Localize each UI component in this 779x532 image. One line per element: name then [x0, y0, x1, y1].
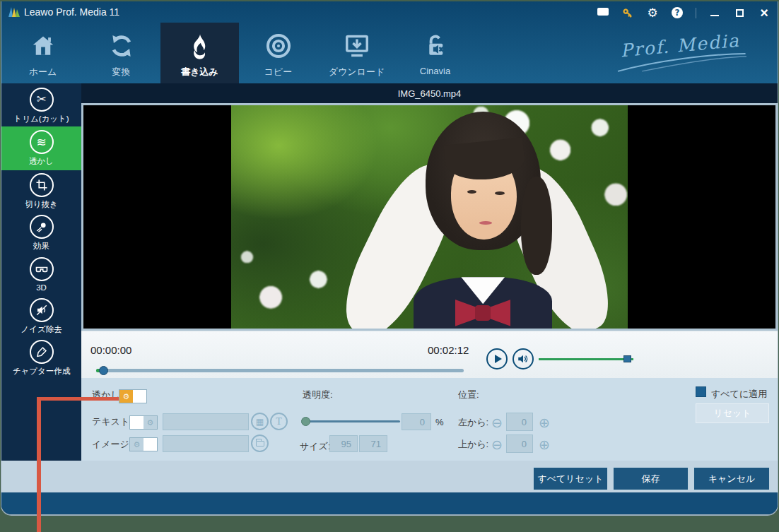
sidebar-item-trim[interactable]: ✂ トリム(カット)	[1, 85, 81, 126]
opacity-value-box[interactable]: 0	[402, 413, 431, 430]
tab-label: ホーム	[29, 66, 57, 78]
help-icon[interactable]: ?	[671, 6, 684, 19]
top-offset-box[interactable]: 0	[506, 435, 533, 453]
video-preview-frame	[81, 103, 778, 331]
volume-thumb[interactable]	[623, 355, 631, 362]
left-plus-button[interactable]: ⊕	[537, 415, 551, 430]
convert-icon	[108, 31, 135, 61]
reset-button[interactable]: リセット	[696, 403, 769, 423]
titlebar-separator	[696, 8, 696, 18]
home-icon	[30, 31, 57, 61]
window-title: Leawo Prof. Media 11	[24, 6, 119, 18]
copy-icon	[265, 31, 292, 61]
current-time: 00:00:00	[90, 344, 131, 356]
sidebar-item-label: 効果	[33, 241, 49, 252]
top-offset-label: 上から:	[458, 437, 488, 451]
seek-thumb[interactable]	[99, 366, 108, 375]
opacity-thumb[interactable]	[301, 417, 310, 426]
text-watermark-input[interactable]	[163, 413, 249, 430]
tab-label: ダウンロード	[329, 66, 385, 78]
gear-icon: ⚙	[134, 440, 141, 449]
font-button[interactable]: T	[270, 413, 288, 430]
watermark-toggle[interactable]: ⚙	[119, 389, 147, 403]
volume-button[interactable]	[512, 348, 534, 370]
size-width-box[interactable]: 95	[329, 435, 358, 452]
download-icon	[344, 31, 370, 61]
toggle-knob	[130, 416, 144, 429]
opacity-label: 透明度:	[303, 388, 333, 402]
seek-slider[interactable]	[96, 369, 464, 372]
left-minus-button[interactable]: ⊖	[490, 415, 504, 430]
sidebar-item-label: 3D	[36, 283, 47, 292]
tab-burn[interactable]: 書き込み	[160, 23, 239, 83]
image-watermark-input[interactable]	[163, 435, 249, 452]
size-height-box[interactable]: 71	[359, 435, 387, 452]
sidebar-item-label: 透かし	[29, 156, 54, 167]
titlebar-icons: ⚙ ? ×	[597, 5, 771, 20]
top-minus-button[interactable]: ⊖	[490, 437, 504, 451]
footer-band	[1, 492, 778, 514]
close-button[interactable]: ×	[758, 6, 771, 19]
maximize-icon	[736, 9, 744, 17]
sidebar-item-crop[interactable]: 切り抜き	[1, 170, 81, 212]
apply-all-checkbox[interactable]	[696, 386, 706, 397]
brand-logo: Prof. Media	[612, 30, 749, 74]
top-plus-button[interactable]: ⊕	[537, 437, 551, 451]
toggle-knob	[133, 390, 146, 403]
toggle-on-side: ⚙	[119, 390, 133, 403]
text-color-button[interactable]: ▦	[251, 413, 269, 430]
play-icon	[495, 355, 502, 363]
girl-mouth	[479, 221, 492, 224]
plus-icon: ⊕	[539, 437, 550, 452]
tab-label: 変換	[112, 66, 131, 78]
browse-image-button[interactable]	[251, 435, 269, 452]
sidebar-item-effect[interactable]: 効果	[1, 212, 81, 254]
tab-home[interactable]: ホーム	[4, 23, 82, 83]
volume-slider[interactable]	[539, 358, 633, 360]
opacity-slider[interactable]	[303, 420, 400, 422]
reset-all-button[interactable]: すべてリセット	[533, 467, 608, 490]
speech-bubble-icon	[597, 8, 609, 16]
settings-gear-icon[interactable]: ⚙	[646, 6, 659, 19]
image-watermark-toggle[interactable]: ⚙	[129, 437, 158, 451]
font-t-icon: T	[276, 416, 282, 427]
watermark-settings-panel: 透かし: ⚙ テキスト: ⚙ ▦ T イメージ: ⚙ 透明度: 0 % サイズ:…	[81, 378, 778, 461]
gear-icon: ⚙	[647, 6, 657, 19]
left-offset-box[interactable]: 0	[506, 413, 533, 431]
minimize-button[interactable]	[708, 6, 721, 19]
register-key-icon[interactable]	[621, 6, 634, 19]
annotation-line-vertical	[37, 397, 41, 532]
sidebar-item-denoise[interactable]: ノイズ除去	[1, 295, 81, 337]
playback-bar: 00:00:00 00:02:12	[81, 331, 778, 378]
play-button[interactable]	[486, 348, 508, 370]
sidebar-item-label: 切り抜き	[25, 199, 58, 210]
folder-icon	[256, 441, 264, 447]
maximize-button[interactable]	[733, 6, 746, 19]
trim-icon: ✂	[30, 88, 54, 112]
watermark-icon: ≋	[30, 130, 54, 154]
sidebar-item-chapter[interactable]: チャプター作成	[1, 337, 81, 379]
video-filename: IMG_6450.mp4	[398, 88, 462, 99]
crop-icon	[30, 173, 54, 197]
image-watermark-label: イメージ:	[92, 437, 132, 451]
header: Leawo Prof. Media 11 ⚙ ? ×	[1, 1, 778, 83]
toggle-knob	[144, 438, 157, 451]
save-button[interactable]: 保存	[613, 467, 689, 490]
duration-time: 00:02:12	[428, 344, 469, 356]
speaker-icon	[517, 353, 529, 365]
cancel-button[interactable]: キャンセル	[693, 467, 770, 490]
tab-cinavia[interactable]: Cinavia	[396, 23, 474, 83]
sidebar-item-watermark[interactable]: ≋ 透かし	[1, 126, 81, 170]
percent-label: %	[435, 415, 444, 430]
main-nav: ホーム 変換 書き込み	[4, 23, 474, 83]
tab-convert[interactable]: 変換	[82, 23, 160, 83]
gear-icon: ⚙	[147, 418, 154, 427]
tab-download[interactable]: ダウンロード	[317, 23, 396, 83]
feedback-icon[interactable]	[597, 6, 609, 19]
effect-icon	[30, 215, 54, 239]
sidebar-item-3d[interactable]: 3D	[1, 254, 81, 295]
app-logo-icon	[8, 6, 20, 18]
tab-copy[interactable]: コピー	[239, 23, 317, 83]
text-watermark-toggle[interactable]: ⚙	[129, 415, 158, 430]
toggle-off-side: ⚙	[130, 438, 144, 451]
